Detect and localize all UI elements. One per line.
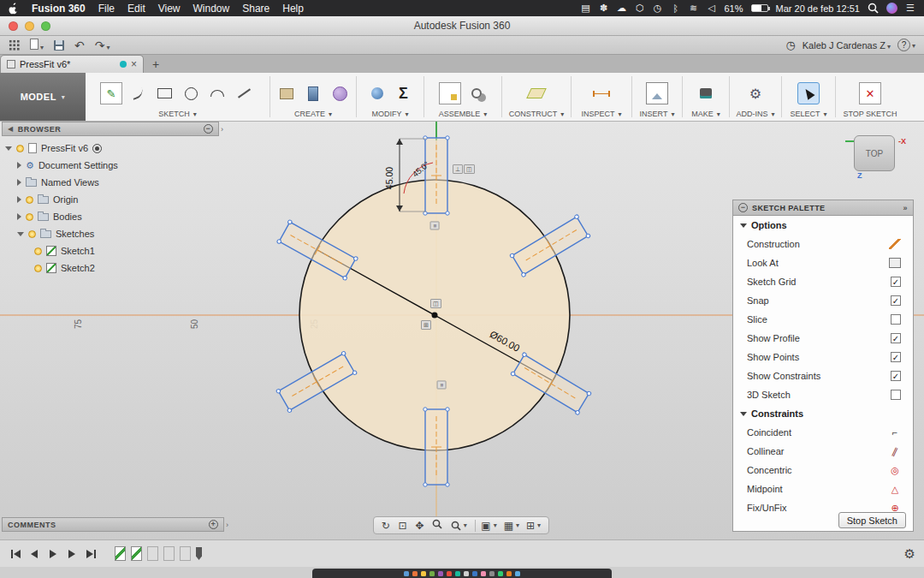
new-tab-button[interactable]: + [152, 56, 159, 73]
circle-icon[interactable] [180, 82, 202, 104]
skip-to-end-button[interactable] [84, 547, 98, 561]
app-status-icon[interactable]: ⬡ [635, 3, 645, 14]
root-component-label[interactable]: PressFit v6 [41, 143, 88, 153]
help-menu[interactable]: ?▾ [897, 39, 915, 51]
visibility-bulb-icon[interactable] [28, 230, 36, 238]
timeline-feature-sketch1[interactable] [115, 546, 126, 561]
measure-icon[interactable] [590, 82, 613, 104]
grid-settings-dropdown[interactable]: ▦▾ [504, 520, 519, 532]
collapse-panel-icon[interactable]: − [738, 203, 748, 212]
constraint-row-concentric[interactable]: Concentric◎ [733, 461, 913, 480]
timeline-settings-gear-icon[interactable]: ⚙ [904, 546, 915, 562]
bluetooth-status-icon[interactable]: ᛒ [671, 3, 681, 14]
constraint-row-collinear[interactable]: Collinear∥ [733, 442, 913, 461]
assemble-dropdown[interactable]: ASSEMBLE▾ [439, 110, 488, 118]
make-dropdown[interactable]: MAKE▾ [691, 110, 720, 118]
pan-icon[interactable]: ✥ [415, 520, 424, 532]
coincident-icon[interactable]: ⌐ [889, 427, 901, 438]
3d-sketch-checkbox[interactable] [891, 390, 901, 400]
timeline-feature-sketch2[interactable] [131, 546, 142, 561]
tab-bottom[interactable] [424, 408, 449, 486]
dock-icon[interactable] [429, 571, 435, 576]
dock-icon[interactable] [421, 571, 426, 576]
show-profile-checkbox[interactable]: ✓ [891, 333, 901, 343]
timemachine-status-icon[interactable]: ◷ [653, 3, 663, 14]
joint-icon[interactable] [465, 82, 488, 104]
center-point[interactable] [432, 313, 438, 319]
browser-panel-handle[interactable]: › [221, 125, 223, 134]
tree-row-bodies[interactable]: Bodies [5, 208, 219, 225]
redo-button[interactable]: ↷▾ [95, 39, 110, 52]
sketch-dropdown[interactable]: SKETCH▾ [158, 110, 197, 118]
stop-sketch-button[interactable]: Stop Sketch [838, 512, 906, 528]
comments-panel-handle[interactable]: › [226, 521, 228, 529]
construction-plane-icon[interactable] [525, 82, 548, 104]
addins-dropdown[interactable]: ADD-INS▾ [736, 110, 774, 118]
expand-closed-icon[interactable] [17, 179, 21, 186]
expand-closed-icon[interactable] [17, 196, 21, 203]
dock-icon[interactable] [515, 571, 520, 576]
skip-to-start-button[interactable] [9, 547, 22, 561]
browser-root-row[interactable]: PressFit v6 [5, 140, 219, 157]
options-section-header[interactable]: Options [733, 216, 913, 235]
create-sketch-icon[interactable]: ✎ [100, 82, 122, 104]
midpoint-icon[interactable]: △ [889, 484, 901, 495]
wifi-status-icon[interactable]: ≋ [689, 3, 699, 14]
dock-icon[interactable] [447, 571, 452, 576]
apple-menu-icon[interactable] [9, 3, 19, 15]
tree-label[interactable]: Sketch2 [61, 263, 95, 273]
look-at-icon[interactable]: ⊡ [399, 520, 407, 532]
z​oom-icon[interactable] [432, 519, 442, 532]
perpendicular-constraint-badge[interactable]: ⊥ [453, 164, 463, 174]
dock-icon[interactable] [498, 571, 503, 576]
timeline-position-marker[interactable] [196, 547, 202, 560]
constraint-row-coincident[interactable]: Coincident⌐ [733, 423, 913, 442]
zoom-window-button[interactable] [41, 21, 50, 31]
spotlight-search-icon[interactable] [868, 3, 879, 14]
sketch-grid-checkbox[interactable]: ✓ [891, 277, 901, 287]
option-row-show-points[interactable]: Show Points✓ [733, 348, 913, 366]
tree-row-document-settings[interactable]: ⚙ Document Settings [5, 157, 219, 174]
comments-panel-header[interactable]: COMMENTS + [2, 517, 224, 532]
viewcube[interactable]: TOP [854, 135, 895, 171]
dock-icon[interactable] [481, 571, 486, 576]
tab-top[interactable] [424, 136, 449, 215]
dock-icon[interactable] [472, 571, 477, 576]
new-component-icon[interactable] [439, 82, 461, 104]
tree-label[interactable]: Sketch1 [61, 246, 95, 256]
tree-label[interactable]: Named Views [41, 177, 99, 188]
projected-geometry-badge[interactable]: ◫ [430, 299, 441, 308]
menubar-clock[interactable]: Mar 20 de feb 12:51 [776, 3, 860, 14]
menu-share[interactable]: Share [242, 3, 270, 15]
extrude-icon[interactable] [302, 82, 324, 104]
timeline-feature-suppressed[interactable] [147, 546, 158, 561]
insert-dropdown[interactable]: INSERT▾ [640, 110, 675, 118]
viewports-dropdown[interactable]: ⊞▾ [526, 520, 541, 532]
collapse-panel-icon[interactable]: − [204, 124, 213, 134]
dock-icon[interactable] [438, 571, 443, 576]
dock-icon[interactable] [455, 571, 460, 576]
option-row-show-constraints[interactable]: Show Constraints✓ [733, 366, 913, 385]
height-dimension-label[interactable]: 45.00 [384, 167, 394, 189]
menubar-app-name[interactable]: Fusion 360 [32, 3, 86, 15]
option-row-look-at[interactable]: Look At [733, 253, 913, 272]
dock-icon[interactable] [412, 571, 418, 576]
cloud-status-icon[interactable]: ☁ [617, 3, 627, 14]
tree-label[interactable]: Origin [53, 194, 78, 205]
show-constraints-checkbox[interactable]: ✓ [891, 371, 901, 381]
spline-icon[interactable] [127, 82, 149, 104]
dock-icon[interactable] [404, 571, 409, 576]
menu-file[interactable]: File [98, 3, 115, 15]
sketch-dimension-icon[interactable] [233, 82, 255, 104]
visibility-bulb-icon[interactable] [16, 145, 24, 152]
visibility-bulb-icon[interactable] [34, 265, 42, 272]
collinear-icon[interactable]: ∥ [887, 444, 903, 459]
display-settings-dropdown[interactable]: ▣▾ [481, 520, 496, 532]
snap-checkbox[interactable]: ✓ [891, 295, 901, 306]
hatch-constraint-badge[interactable]: ≡ [430, 221, 440, 229]
tree-row-sketch2[interactable]: Sketch2 [5, 259, 219, 277]
orbit-icon[interactable]: ↻ [382, 520, 390, 532]
select-dropdown[interactable]: SELECT▾ [790, 110, 826, 118]
workspace-selector[interactable]: MODEL ▾ [0, 73, 86, 121]
option-row-sketch-grid[interactable]: Sketch Grid✓ [733, 272, 913, 291]
